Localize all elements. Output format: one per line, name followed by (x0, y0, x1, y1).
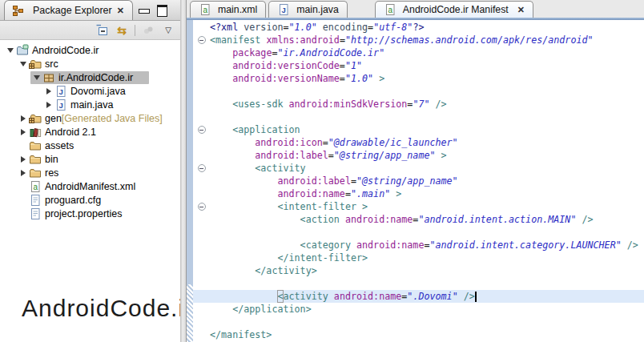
token-val: "android.intent.action.MAIN" (418, 213, 576, 226)
code-line[interactable]: <intent-filter > (193, 200, 644, 213)
close-icon[interactable]: ✕ (517, 6, 525, 14)
token-plain (210, 290, 277, 303)
watermark-text: AndroidCode.ir (22, 295, 193, 322)
tree-item-assets[interactable]: assets (0, 139, 180, 152)
chevron-expanded-icon[interactable] (31, 75, 42, 80)
chevron-expanded-icon[interactable] (5, 48, 15, 53)
tree-item-gen[interactable]: gen [Generated Java Files] (0, 111, 180, 125)
code-line[interactable]: android:icon="@drawable/ic_launcher" (193, 136, 644, 149)
tree-item-ir-androidcode-ir[interactable]: ir.AndroidCode.ir (0, 70, 180, 84)
code-line[interactable]: android:versionName="1.0" > (193, 72, 644, 85)
maximize-icon[interactable] (157, 5, 167, 17)
tree-item-res[interactable]: res (0, 166, 180, 179)
annotation-ruler[interactable] (187, 20, 193, 342)
token-attr: android:versionCode (232, 59, 340, 72)
collapse-all-icon[interactable] (95, 23, 109, 37)
chevron-expanded-icon[interactable] (18, 62, 28, 66)
tree-item-label: Android 2.1 (45, 127, 96, 138)
code-line[interactable]: android:name=".main" > (193, 187, 644, 200)
fold-minus-icon[interactable] (193, 36, 210, 44)
code-line[interactable]: <?xml version="1.0" encoding="utf-8"?> (193, 21, 644, 34)
token-tag: <manifest (210, 34, 260, 46)
code-line-current[interactable]: <activity android:name=".Dovomi" /> (193, 290, 644, 303)
package-explorer-view: Package Explorer ✕ ⇆ ▽ AndroidCode.irsrc… (0, 0, 180, 342)
focus-icon[interactable] (141, 23, 155, 37)
token-plain (317, 21, 323, 34)
token-tag: /> (458, 290, 475, 303)
chevron-collapsed-icon[interactable] (18, 156, 28, 163)
code-line[interactable] (193, 277, 644, 290)
token-attr: android:name (356, 239, 424, 251)
tree-item-src[interactable]: src (0, 57, 180, 70)
package-explorer-icon (11, 4, 25, 17)
token-tag: /> (576, 213, 593, 226)
view-toolbar: ⇆ ▽ (0, 21, 180, 40)
xml-file-icon: a (384, 3, 396, 16)
editor-tab-label: main.xml (218, 4, 257, 15)
code-line[interactable]: <application (193, 123, 644, 136)
code-line[interactable]: </activity> (193, 264, 644, 277)
chevron-collapsed-icon[interactable] (18, 170, 28, 176)
code-line[interactable]: package="ir.AndroidCode.ir" (193, 46, 644, 59)
tree-item-project-properties[interactable]: project.properties (0, 207, 180, 220)
java-file-icon: J (277, 3, 289, 16)
code-line[interactable]: <category android:name="android.intent.c… (193, 239, 644, 251)
code-line[interactable] (193, 226, 644, 239)
tree-item-android-2-1[interactable]: Android 2.1 (0, 125, 180, 139)
tree-item-label: src (45, 58, 58, 70)
chevron-collapsed-icon[interactable] (43, 102, 54, 108)
chevron-collapsed-icon[interactable] (43, 88, 54, 95)
token-plain (284, 98, 289, 111)
token-plain (210, 59, 232, 72)
pane-divider[interactable] (180, 0, 187, 342)
fold-minus-icon[interactable] (193, 126, 210, 134)
tree-item-androidmanifest-xml[interactable]: aAndroidManifest.xml (0, 179, 180, 193)
tree-item-label: res (45, 167, 58, 179)
token-tag: > (390, 187, 401, 200)
fold-minus-icon[interactable] (193, 164, 210, 172)
editor-tab-bar: amain.xmlJmain.javaaAndroidCode.ir Manif… (187, 0, 644, 18)
tree-item-label: AndroidCode.ir (32, 45, 99, 56)
tree-item-androidcode-ir[interactable]: AndroidCode.ir (0, 43, 180, 57)
code-line[interactable]: </intent-filter> (193, 251, 644, 264)
token-val: "utf-8" (373, 21, 413, 34)
code-line[interactable]: <manifest xmlns:android="http://schemas.… (193, 34, 644, 46)
code-line[interactable] (193, 111, 644, 123)
editor-tab-androidcode-ir-manifest[interactable]: aAndroidCode.ir Manifest✕ (375, 1, 533, 18)
token-val: "@string/app_name" (334, 149, 436, 162)
tree-item-bin[interactable]: bin (0, 152, 180, 166)
token-eq: = (407, 98, 413, 111)
token-eq: = (340, 59, 345, 72)
code-line[interactable]: android:versionCode="1" (193, 59, 644, 72)
code-line[interactable]: android:label="@string/app_name" > (193, 149, 644, 162)
code-line[interactable]: android:label="@string/app_name" (193, 175, 644, 187)
token-attr: android:label (255, 149, 328, 162)
code-line[interactable]: <action android:name="android.intent.act… (193, 213, 644, 226)
xml-source-editor[interactable]: <?xml version="1.0" encoding="utf-8"?><m… (193, 20, 644, 342)
chevron-collapsed-icon[interactable] (18, 115, 28, 122)
token-attr: xmlns:android (266, 34, 339, 46)
token-attr: android:name (345, 213, 413, 226)
folder-icon (28, 139, 42, 152)
editor-tab-main-java[interactable]: Jmain.java (268, 1, 348, 18)
link-with-editor-icon[interactable]: ⇆ (115, 23, 129, 37)
chevron-collapsed-icon[interactable] (18, 129, 28, 135)
close-icon[interactable]: ✕ (117, 6, 124, 15)
editor-tab-main-xml[interactable]: amain.xml (190, 1, 266, 18)
tree-item-dovomi-java[interactable]: JDovomi.java (0, 84, 180, 98)
minimize-icon[interactable] (139, 9, 150, 14)
tree-item-proguard-cfg[interactable]: proguard.cfg (0, 193, 180, 207)
code-line[interactable]: <activity (193, 162, 644, 175)
view-tab-bar: Package Explorer ✕ (0, 0, 180, 21)
tab-package-explorer[interactable]: Package Explorer ✕ (4, 0, 133, 20)
token-val: "1.0" (345, 72, 373, 85)
fold-minus-icon[interactable] (193, 203, 210, 211)
code-line[interactable]: </manifest> (193, 328, 644, 341)
tree-item-main-java[interactable]: Jmain.java (0, 98, 180, 111)
code-line[interactable]: <uses-sdk android:minSdkVersion="7" /> (193, 98, 644, 111)
code-line[interactable] (193, 85, 644, 98)
view-menu-icon[interactable]: ▽ (161, 23, 175, 37)
code-line[interactable] (193, 316, 644, 328)
token-tag: /> (430, 98, 447, 111)
code-line[interactable]: </application> (193, 303, 644, 316)
